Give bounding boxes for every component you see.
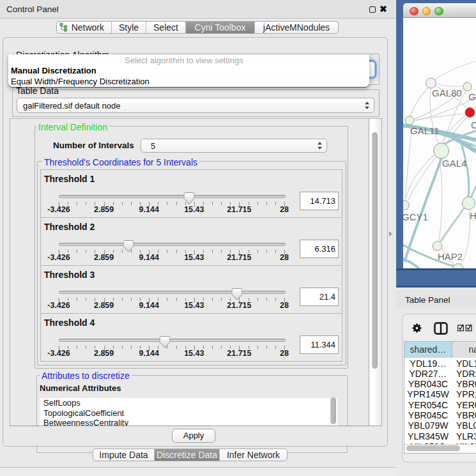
svg-text:H: H <box>470 210 476 221</box>
svg-text:HAP2: HAP2 <box>438 251 463 262</box>
svg-text:GAL4: GAL4 <box>442 158 466 169</box>
svg-text:GA: GA <box>468 91 476 102</box>
svg-text:GAL80: GAL80 <box>432 88 462 98</box>
svg-text:GAL11: GAL11 <box>410 125 440 136</box>
svg-text:C: C <box>471 119 476 130</box>
svg-text:GCY1: GCY1 <box>403 211 428 222</box>
